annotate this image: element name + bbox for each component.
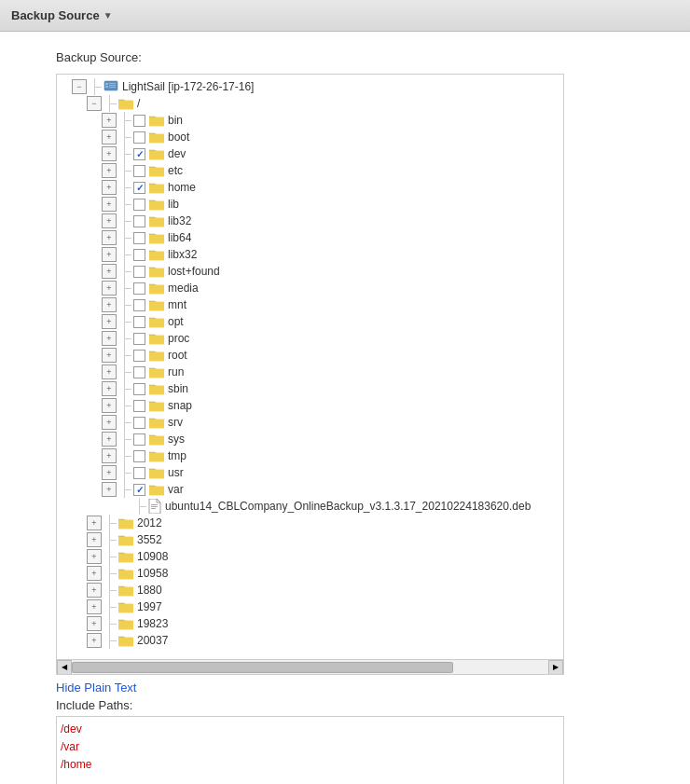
expand-icon[interactable]: + xyxy=(102,180,117,195)
checkbox[interactable] xyxy=(133,115,145,127)
list-item[interactable]: + run xyxy=(57,364,563,380)
list-item[interactable]: + media xyxy=(57,280,563,296)
checkbox[interactable] xyxy=(133,383,145,395)
list-item[interactable]: + 3552 xyxy=(57,531,563,548)
list-item[interactable]: + var xyxy=(57,481,563,498)
expand-icon[interactable]: + xyxy=(102,146,117,161)
list-item[interactable]: + lost+found xyxy=(57,263,563,280)
expand-icon[interactable]: + xyxy=(87,549,102,564)
list-item[interactable]: + snap xyxy=(57,397,563,414)
file-node[interactable]: ubuntu14_CBLCompany_OnlineBackup_v3.1.3.… xyxy=(57,498,563,515)
checkbox[interactable] xyxy=(133,350,145,362)
scrollbar-track[interactable] xyxy=(72,660,548,674)
checkbox[interactable] xyxy=(133,199,145,211)
expand-icon[interactable]: + xyxy=(87,583,102,598)
expand-icon[interactable]: + xyxy=(102,398,117,413)
include-paths-textarea[interactable]: /dev /var /home xyxy=(56,716,564,784)
checkbox[interactable] xyxy=(133,366,145,378)
list-item[interactable]: + opt xyxy=(57,313,563,330)
scrollbar-thumb[interactable] xyxy=(72,662,453,673)
expand-icon[interactable]: + xyxy=(87,599,102,614)
checkbox-checked[interactable] xyxy=(133,182,145,194)
list-item[interactable]: + 10908 xyxy=(57,548,563,565)
expand-icon[interactable]: + xyxy=(102,331,117,346)
list-item[interactable]: + boot xyxy=(57,129,563,145)
expand-icon[interactable]: + xyxy=(102,364,117,379)
expand-icon[interactable]: + xyxy=(87,516,102,530)
expand-icon[interactable]: + xyxy=(102,297,117,312)
checkbox[interactable] xyxy=(133,266,145,278)
hide-plain-text-link[interactable]: Hide Plain Text xyxy=(56,681,136,695)
list-item[interactable]: + lib64 xyxy=(57,229,563,246)
checkbox-checked[interactable] xyxy=(133,484,145,496)
list-item[interactable]: + usr xyxy=(57,464,563,481)
expand-icon[interactable]: + xyxy=(102,163,117,178)
checkbox[interactable] xyxy=(133,450,145,462)
checkbox[interactable] xyxy=(133,400,145,412)
expand-icon[interactable]: + xyxy=(102,230,117,245)
scroll-left-arrow[interactable]: ◀ xyxy=(57,660,72,675)
checkbox[interactable] xyxy=(133,433,145,446)
checkbox[interactable] xyxy=(133,282,145,295)
backup-source-menu[interactable]: Backup Source ▼ xyxy=(11,8,113,22)
list-item[interactable]: + etc xyxy=(57,162,563,179)
checkbox-checked[interactable] xyxy=(133,148,145,160)
expand-icon[interactable]: + xyxy=(102,465,117,480)
expand-icon[interactable]: + xyxy=(102,281,117,296)
list-item[interactable]: + sbin xyxy=(57,380,563,397)
folder-icon xyxy=(149,365,164,378)
expand-icon[interactable]: + xyxy=(102,247,117,262)
list-item[interactable]: + 1997 xyxy=(57,598,563,615)
expand-icon[interactable]: + xyxy=(102,448,117,463)
root-node[interactable]: − / xyxy=(57,95,563,112)
expand-root-icon[interactable]: − xyxy=(87,96,102,111)
checkbox[interactable] xyxy=(133,215,145,227)
checkbox[interactable] xyxy=(133,316,145,328)
checkbox[interactable] xyxy=(133,417,145,429)
expand-icon[interactable]: + xyxy=(87,616,102,631)
list-item[interactable]: + 1880 xyxy=(57,582,563,598)
tree-scroll-area[interactable]: − LightSail [ip-172-26-17-16] xyxy=(57,75,563,659)
list-item[interactable]: + 20037 xyxy=(57,632,563,649)
list-item[interactable]: + tmp xyxy=(57,447,563,464)
expand-icon[interactable]: + xyxy=(102,314,117,329)
expand-icon[interactable]: + xyxy=(102,482,117,497)
expand-icon[interactable]: + xyxy=(102,381,117,396)
checkbox[interactable] xyxy=(133,299,145,311)
checkbox[interactable] xyxy=(133,467,145,479)
expand-icon[interactable]: + xyxy=(102,213,117,228)
expand-icon[interactable]: + xyxy=(87,566,102,581)
list-item[interactable]: + home xyxy=(57,179,563,196)
list-item[interactable]: + srv xyxy=(57,414,563,431)
checkbox[interactable] xyxy=(133,249,145,261)
horizontal-scrollbar[interactable]: ◀ ▶ xyxy=(57,659,563,674)
list-item[interactable]: + root xyxy=(57,347,563,364)
list-item[interactable]: + mnt xyxy=(57,296,563,313)
expand-icon[interactable]: + xyxy=(102,264,117,279)
checkbox[interactable] xyxy=(133,333,145,345)
expand-server-icon[interactable]: − xyxy=(72,79,87,94)
list-item[interactable]: + 10958 xyxy=(57,565,563,582)
list-item[interactable]: + libx32 xyxy=(57,246,563,263)
list-item[interactable]: + 2012 xyxy=(57,515,563,531)
list-item[interactable]: + bin xyxy=(57,112,563,129)
checkbox[interactable] xyxy=(133,165,145,177)
checkbox[interactable] xyxy=(133,131,145,144)
list-item[interactable]: + lib32 xyxy=(57,213,563,229)
scroll-right-arrow[interactable]: ▶ xyxy=(548,660,563,675)
expand-icon[interactable]: + xyxy=(102,197,117,212)
expand-icon[interactable]: + xyxy=(102,432,117,447)
list-item[interactable]: + dev xyxy=(57,145,563,162)
checkbox[interactable] xyxy=(133,232,145,244)
expand-icon[interactable]: + xyxy=(87,633,102,648)
expand-icon[interactable]: + xyxy=(102,130,117,144)
list-item[interactable]: + 19823 xyxy=(57,615,563,632)
server-node[interactable]: − LightSail [ip-172-26-17-16] xyxy=(57,78,563,95)
expand-icon[interactable]: + xyxy=(102,415,117,430)
expand-icon[interactable]: + xyxy=(87,532,102,547)
list-item[interactable]: + proc xyxy=(57,330,563,347)
list-item[interactable]: + sys xyxy=(57,431,563,447)
expand-icon[interactable]: + xyxy=(102,348,117,363)
expand-icon[interactable]: + xyxy=(102,113,117,128)
list-item[interactable]: + lib xyxy=(57,196,563,213)
